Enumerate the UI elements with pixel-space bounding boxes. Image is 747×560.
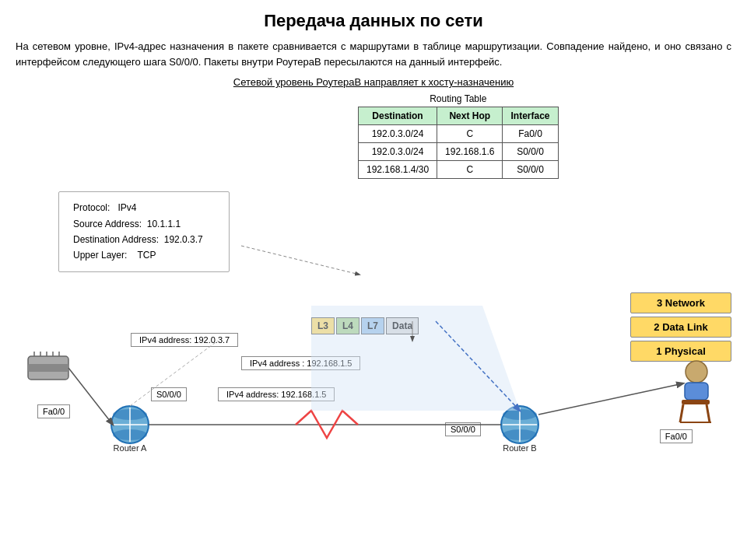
ipv4-addr-bot: IPv4 address: 192.168.1.5 xyxy=(218,387,335,401)
cell: 192.168.1.6 xyxy=(437,143,503,161)
page-title: Передача данных по сети xyxy=(0,0,747,36)
protocol-value: IPv4 xyxy=(117,202,136,213)
osi-physical-btn[interactable]: 1 Physical xyxy=(630,341,731,362)
ipv4-addr-mid: IPv4 address : 192.168.1.5 xyxy=(241,356,360,370)
osi-datalink-btn[interactable]: 2 Data Link xyxy=(630,317,731,338)
description-text: На сетевом уровне, IPv4-адрес назначения… xyxy=(0,36,747,76)
routing-table: Destination Next Hop Interface 192.0.3.0… xyxy=(358,107,559,179)
dest-label: Destination Address: xyxy=(73,234,159,245)
router-b-icon: Router B xyxy=(501,406,538,453)
col-nexthop: Next Hop xyxy=(437,107,503,125)
protocol-label: Protocol: xyxy=(73,202,110,213)
svg-point-19 xyxy=(686,361,707,383)
table-row: 192.0.3.0/24 C Fa0/0 xyxy=(359,125,559,143)
ipv4-addr-top: IPv4 address: 192.0.3.7 xyxy=(131,333,238,347)
routing-table-title: Routing Table xyxy=(358,93,559,104)
cell: C xyxy=(437,161,503,179)
router-a-icon: Router A xyxy=(111,406,149,453)
svg-rect-13 xyxy=(28,364,68,372)
svg-point-0 xyxy=(111,406,149,443)
routing-table-container: Routing Table Destination Next Hop Inter… xyxy=(358,93,559,179)
table-row: 192.168.1.4/30 C S0/0/0 xyxy=(359,161,559,179)
source-row: Source Address: 10.1.1.1 xyxy=(73,216,215,232)
layer-l4: L4 xyxy=(336,317,359,334)
source-value: 10.1.1.1 xyxy=(147,219,181,229)
dest-value: 192.0.3.7 xyxy=(164,234,203,245)
svg-rect-20 xyxy=(685,383,708,400)
svg-rect-21 xyxy=(682,400,710,404)
interface-s0-left: S0/0/0 xyxy=(151,387,187,401)
svg-rect-12 xyxy=(28,356,68,380)
cell: C xyxy=(437,125,503,143)
cell: 192.0.3.0/24 xyxy=(359,125,437,143)
svg-point-2 xyxy=(113,429,147,440)
source-label: Source Address: xyxy=(73,219,142,229)
svg-line-25 xyxy=(68,368,113,425)
svg-text:Router B: Router B xyxy=(503,443,536,453)
osi-network-btn[interactable]: 3 Network xyxy=(630,292,731,313)
svg-line-32 xyxy=(241,246,359,275)
col-interface: Interface xyxy=(503,107,558,125)
svg-line-27 xyxy=(538,383,683,415)
svg-line-23 xyxy=(707,404,710,422)
upper-row: Upper Layer: TCP xyxy=(73,247,215,263)
layer-labels: L3 L4 L7 Data xyxy=(311,317,419,334)
osi-layers: 3 Network 2 Data Link 1 Physical xyxy=(630,292,731,362)
layer-l7: L7 xyxy=(361,317,384,334)
col-destination: Destination xyxy=(359,107,437,125)
svg-point-6 xyxy=(501,406,538,443)
cell: 192.0.3.0/24 xyxy=(359,143,437,161)
interface-fa00-left: Fa0/0 xyxy=(37,404,70,418)
dest-row: Destination Address: 192.0.3.7 xyxy=(73,232,215,247)
interface-fa00-right: Fa0/0 xyxy=(660,429,693,443)
svg-line-34 xyxy=(436,321,520,411)
svg-text:Router A: Router A xyxy=(114,443,147,453)
svg-line-22 xyxy=(680,404,683,422)
cell: S0/0/0 xyxy=(503,161,558,179)
layer-data: Data xyxy=(386,317,419,334)
table-row: 192.0.3.0/24 192.168.1.6 S0/0/0 xyxy=(359,143,559,161)
svg-point-8 xyxy=(503,429,537,440)
cell: Fa0/0 xyxy=(503,125,558,143)
upper-value: TCP xyxy=(138,250,156,261)
diagram-area: Сетевой уровень РоутераВ направляет к хо… xyxy=(0,76,747,496)
cell: 192.168.1.4/30 xyxy=(359,161,437,179)
upper-label: Upper Layer: xyxy=(73,250,127,261)
packet-info-box: Protocol: IPv4 Source Address: 10.1.1.1 … xyxy=(58,191,230,272)
user-person-icon xyxy=(680,361,711,422)
cell: S0/0/0 xyxy=(503,143,558,161)
layer-l3: L3 xyxy=(311,317,335,334)
switch-icon xyxy=(28,352,68,380)
svg-point-7 xyxy=(503,409,537,420)
interface-s0-right: S0/0/0 xyxy=(445,422,481,436)
protocol-row: Protocol: IPv4 xyxy=(73,200,215,215)
subtitle: Сетевой уровень РоутераВ направляет к хо… xyxy=(233,76,514,88)
svg-point-1 xyxy=(113,409,147,420)
